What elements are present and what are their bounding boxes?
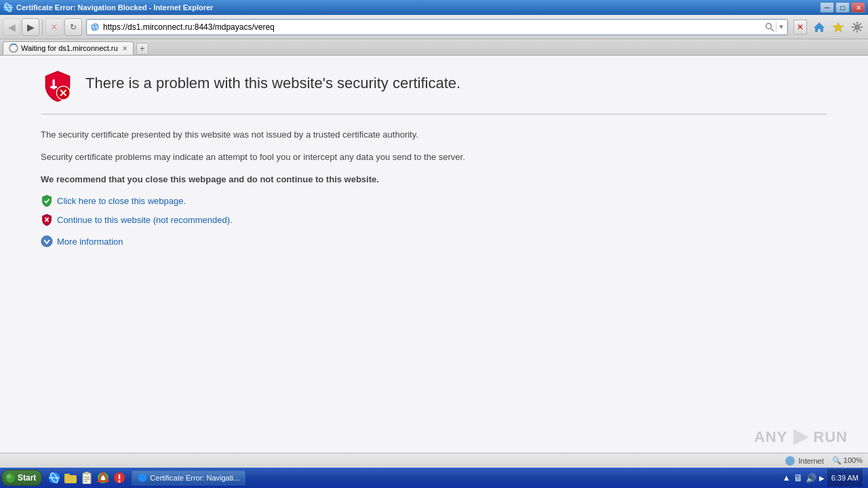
svg-point-13: [856, 26, 859, 28]
zoom-label: 🔍 100%: [832, 456, 863, 465]
svg-marker-11: [833, 22, 844, 32]
address-dropdown[interactable]: ▼: [778, 23, 785, 30]
zone-label: Internet: [798, 457, 823, 465]
svg-rect-29: [64, 474, 70, 476]
error-body: The security certificate presented by th…: [41, 128, 827, 186]
start-label: Start: [18, 473, 36, 483]
anyrun-play-icon: [790, 427, 810, 447]
address-input[interactable]: [103, 22, 765, 32]
status-bar: Internet 🔍 100%: [0, 453, 868, 468]
svg-point-22: [785, 456, 795, 466]
continue-link[interactable]: Continue to this website (not recommende…: [57, 215, 233, 225]
taskbar-warning-icon[interactable]: [113, 471, 126, 485]
taskbar-arrow-icon[interactable]: ▶: [819, 474, 825, 482]
taskbar-app-icons: [47, 471, 126, 485]
svg-point-39: [119, 481, 121, 483]
window-close-button[interactable]: ✕: [851, 2, 865, 13]
navigation-bar: ◀ ▶ ✕ ↻ ▼ ✕: [0, 15, 868, 39]
green-shield-icon: [41, 195, 53, 207]
continue-link-container: Continue to this website (not recommende…: [41, 214, 827, 226]
svg-marker-10: [814, 22, 825, 32]
paragraph-1: The security certificate presented by th…: [41, 128, 827, 142]
settings-button[interactable]: [849, 19, 865, 35]
svg-line-9: [771, 28, 774, 31]
taskbar-network-icon[interactable]: 🖥: [793, 472, 803, 483]
svg-rect-30: [83, 473, 91, 484]
address-site-icon: [90, 22, 100, 33]
nav-separator-1: [42, 19, 43, 35]
nav-right-icons: [811, 19, 865, 35]
close-webpage-link-container: Click here to close this webpage.: [41, 195, 827, 207]
close-webpage-link[interactable]: Click here to close this webpage.: [57, 196, 186, 206]
address-bar-container: ▼: [86, 19, 788, 35]
window-title: Certificate Error: Navigation Blocked - …: [16, 3, 213, 12]
internet-zone-icon: [785, 455, 795, 466]
maximize-button[interactable]: □: [835, 2, 850, 13]
tab-bar: Waiting for ds1.mirconnect.ru ✕ +: [0, 39, 868, 56]
anyrun-run-text: RUN: [813, 428, 848, 446]
security-shield-icon: [41, 69, 75, 103]
stop-button[interactable]: ✕: [45, 18, 63, 36]
svg-rect-31: [85, 472, 89, 474]
taskbar-window-icon: [138, 473, 147, 483]
taskbar-system-tray: ▲ 🖥 🔊 ▶ 6:39 AM: [783, 469, 867, 487]
taskbar-clock[interactable]: 6:39 AM: [827, 469, 863, 487]
taskbar-ie-icon[interactable]: [47, 471, 61, 485]
active-tab[interactable]: Waiting for ds1.mirconnect.ru ✕: [3, 41, 134, 55]
tab-label: Waiting for ds1.mirconnect.ru: [21, 44, 118, 52]
refresh-button[interactable]: ↻: [64, 18, 82, 36]
start-button[interactable]: Start: [1, 470, 42, 486]
title-bar-controls: ─ □ ✕: [820, 2, 865, 13]
taskbar-clipboard-icon[interactable]: [80, 471, 94, 485]
back-button[interactable]: ◀: [3, 18, 20, 36]
forward-button[interactable]: ▶: [22, 18, 39, 36]
error-title: There is a problem with this website's s…: [85, 69, 460, 92]
ie-icon: [3, 2, 14, 13]
expand-chevron-icon: [41, 235, 53, 247]
anyrun-text-label: ANY: [754, 428, 787, 446]
home-button[interactable]: [811, 19, 827, 35]
title-bar: Certificate Error: Navigation Blocked - …: [0, 0, 868, 15]
taskbar-chrome-icon[interactable]: [96, 471, 110, 485]
new-tab-button[interactable]: +: [136, 43, 149, 55]
anyrun-watermark: ANY RUN: [754, 427, 848, 447]
svg-point-8: [766, 23, 772, 28]
tab-close-button[interactable]: ✕: [122, 45, 127, 52]
favorites-button[interactable]: [830, 19, 846, 35]
svg-point-24: [7, 474, 11, 479]
paragraph-2: Security certificate problems may indica…: [41, 150, 827, 165]
tab-loading-icon: [9, 43, 18, 53]
taskbar-folder-icon[interactable]: [64, 471, 77, 485]
address-divider: [776, 22, 776, 33]
svg-point-40: [138, 474, 146, 482]
title-bar-left: Certificate Error: Navigation Blocked - …: [3, 2, 213, 13]
page-content: There is a problem with this website's s…: [0, 56, 868, 468]
taskbar-tray-icon-1[interactable]: ▲: [783, 473, 791, 483]
recommendation-text: We recommend that you close this webpage…: [41, 173, 827, 187]
more-info-link-container: More information: [41, 235, 827, 247]
svg-rect-18: [50, 86, 57, 88]
taskbar-window-text: Certificate Error: Navigati...: [150, 474, 239, 482]
more-info-link[interactable]: More information: [57, 237, 123, 247]
page-stop-button[interactable]: ✕: [793, 20, 807, 35]
svg-point-21: [41, 236, 52, 247]
start-orb-icon: [5, 472, 16, 483]
taskbar-window-button[interactable]: Certificate Error: Navigati...: [132, 470, 245, 485]
minimize-button[interactable]: ─: [820, 2, 834, 13]
status-zone: Internet 🔍 100%: [785, 455, 863, 466]
taskbar: Start: [0, 468, 868, 488]
address-search-button[interactable]: [765, 22, 774, 32]
error-header: There is a problem with this website's s…: [41, 69, 827, 115]
taskbar-volume-icon[interactable]: 🔊: [806, 473, 816, 483]
red-shield-icon: [41, 214, 53, 226]
svg-marker-41: [793, 429, 809, 445]
